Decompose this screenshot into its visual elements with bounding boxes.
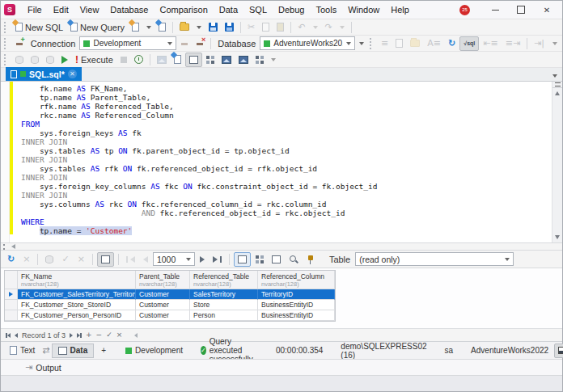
- sql-editor[interactable]: fk.name AS FK_Name, tp.name AS Parent_Ta…: [1, 81, 562, 242]
- first-record-button[interactable]: [6, 333, 11, 338]
- disconnect-button[interactable]: [193, 36, 207, 51]
- code-line[interactable]: sys.columns AS rkc ON fkc.referenced_col…: [21, 200, 552, 209]
- menu-sql[interactable]: SQL: [243, 3, 273, 16]
- run-button[interactable]: [58, 53, 71, 67]
- column-header-parent_table[interactable]: Parent_Tablenvarchar(128): [136, 271, 190, 289]
- grid-cell[interactable]: Customer: [136, 289, 190, 300]
- grid-cell[interactable]: SalesTerritory: [190, 289, 258, 300]
- tab-sql-document[interactable]: SQL.sql* ✕: [6, 67, 82, 81]
- code-line[interactable]: rfk.name AS Referenced_Table,: [21, 102, 552, 111]
- code-line[interactable]: tp.name AS Parent_Table,: [21, 93, 552, 102]
- code-line[interactable]: sys.foreign_key_columns AS fkc ON fkc.co…: [21, 182, 552, 191]
- code-area[interactable]: fk.name AS FK_Name, tp.name AS Parent_Ta…: [21, 82, 552, 242]
- append-record-icon[interactable]: +: [86, 331, 92, 339]
- docking-layout-button[interactable]: [554, 344, 563, 358]
- column-view-button[interactable]: [269, 252, 284, 267]
- card-view-button[interactable]: [252, 252, 267, 267]
- pin-button[interactable]: [303, 252, 318, 267]
- new-connection-button[interactable]: [12, 36, 27, 51]
- menu-debug[interactable]: Debug: [273, 3, 310, 16]
- format-sql-button[interactable]: √sql: [459, 36, 479, 51]
- new-sql-button[interactable]: New SQL: [12, 20, 66, 35]
- code-line[interactable]: FROM: [21, 120, 552, 129]
- save-button[interactable]: [205, 20, 221, 35]
- database-extra-dropdown[interactable]: [356, 36, 367, 51]
- profiler-button[interactable]: [154, 53, 170, 67]
- query-plan-button[interactable]: [131, 53, 146, 67]
- new-results-window-button[interactable]: [252, 53, 267, 67]
- menu-tools[interactable]: Tools: [310, 3, 342, 16]
- new-window-button[interactable]: [155, 20, 169, 35]
- code-line[interactable]: AND fkc.referenced_object_id = rkc.objec…: [21, 209, 552, 217]
- next-page-button[interactable]: [197, 252, 208, 267]
- edit-row-button[interactable]: [42, 252, 57, 267]
- table-row[interactable]: FK_Customer_Person_PersonIDCustomerPerso…: [5, 310, 335, 321]
- scroll-down-icon[interactable]: [555, 235, 560, 239]
- tab-data-view[interactable]: Data: [52, 344, 95, 358]
- results-splitter[interactable]: [1, 242, 562, 250]
- cancel-changes-button[interactable]: ×: [74, 252, 88, 267]
- tab-list-dropdown[interactable]: [552, 74, 557, 78]
- page-size-combo[interactable]: 1000: [153, 252, 195, 266]
- column-header-referenced_table[interactable]: Referenced_Tablenvarchar(128): [190, 271, 258, 289]
- code-line[interactable]: sys.tables AS tp ON fk.parent_object_id …: [21, 146, 552, 155]
- add-view-button[interactable]: +: [95, 344, 112, 358]
- column-header-referenced_column[interactable]: Referenced_Columnnvarchar(128): [258, 271, 335, 289]
- grid-cell[interactable]: BusinessEntityID: [258, 310, 335, 321]
- minimize-button[interactable]: [483, 2, 507, 17]
- code-line[interactable]: sys.foreign_keys AS fk: [21, 129, 552, 137]
- new-query-button[interactable]: New Query: [67, 20, 128, 35]
- menu-help[interactable]: Help: [385, 3, 415, 16]
- swap-view-icon[interactable]: ⇄: [42, 346, 49, 355]
- save-all-button[interactable]: [222, 20, 237, 35]
- delete-record-icon[interactable]: −: [96, 331, 103, 339]
- connect-button[interactable]: [177, 36, 192, 51]
- redo-button[interactable]: ↷: [322, 20, 336, 35]
- code-line[interactable]: fk.name AS FK_Name,: [21, 84, 552, 93]
- last-page-button[interactable]: [210, 252, 225, 267]
- stop-refresh-button[interactable]: ×: [19, 252, 33, 267]
- menu-edit[interactable]: Edit: [48, 3, 74, 16]
- menu-database[interactable]: Database: [104, 3, 154, 16]
- open-file-button[interactable]: [176, 20, 193, 35]
- close-button[interactable]: [535, 2, 559, 17]
- layout-button[interactable]: [203, 53, 218, 67]
- execute-overflow-dropdown[interactable]: [268, 53, 279, 67]
- indent-decrease-button[interactable]: ⇤≡: [480, 36, 501, 51]
- grid-cell[interactable]: FK_Customer_SalesTerritory_TerritoryID: [18, 289, 136, 300]
- row-selector[interactable]: [5, 289, 18, 300]
- undo-dropdown[interactable]: [310, 20, 321, 35]
- apply-changes-button[interactable]: ✓: [58, 252, 72, 267]
- open-related-button[interactable]: [407, 36, 423, 51]
- code-line[interactable]: INNER JOIN: [21, 173, 552, 182]
- splitter-handle-icon[interactable]: [3, 244, 6, 250]
- new-document-button[interactable]: [129, 20, 142, 35]
- code-line[interactable]: sys.tables AS rfk ON fk.referenced_objec…: [21, 164, 552, 173]
- grid-cell[interactable]: Customer: [136, 310, 190, 321]
- menu-file[interactable]: File: [22, 3, 48, 16]
- results-in-grid-button[interactable]: [185, 53, 202, 67]
- row-selector[interactable]: [5, 310, 18, 321]
- hscroll-left-icon[interactable]: [134, 333, 138, 338]
- table-mode-combo[interactable]: (read only): [355, 252, 514, 266]
- undo-button[interactable]: ↶: [294, 20, 308, 35]
- toolbar-grip[interactable]: [370, 38, 374, 49]
- tab-text-view[interactable]: Text: [4, 344, 40, 358]
- menu-comparison[interactable]: Comparison: [154, 3, 213, 16]
- refresh-schema-button[interactable]: ↻: [445, 36, 459, 51]
- scroll-up-icon[interactable]: [555, 91, 560, 95]
- copy-button[interactable]: [259, 20, 273, 35]
- next-record-button[interactable]: [70, 333, 73, 338]
- menu-data[interactable]: Data: [214, 3, 243, 16]
- table-row[interactable]: FK_Customer_Store_StoreIDCustomerStoreBu…: [5, 300, 335, 310]
- comment-button[interactable]: ≡: [378, 36, 392, 51]
- code-line[interactable]: WHERE: [21, 217, 552, 226]
- toolbar-grip[interactable]: [4, 38, 8, 49]
- plan-diagram-button[interactable]: [171, 53, 184, 67]
- find-button[interactable]: [286, 252, 302, 267]
- split-editor-handle[interactable]: [552, 82, 562, 88]
- code-line[interactable]: INNER JOIN: [21, 191, 552, 200]
- grid-cell[interactable]: FK_Customer_Store_StoreID: [18, 300, 136, 310]
- menu-window[interactable]: Window: [342, 3, 385, 16]
- manage-connections-button[interactable]: [12, 53, 27, 67]
